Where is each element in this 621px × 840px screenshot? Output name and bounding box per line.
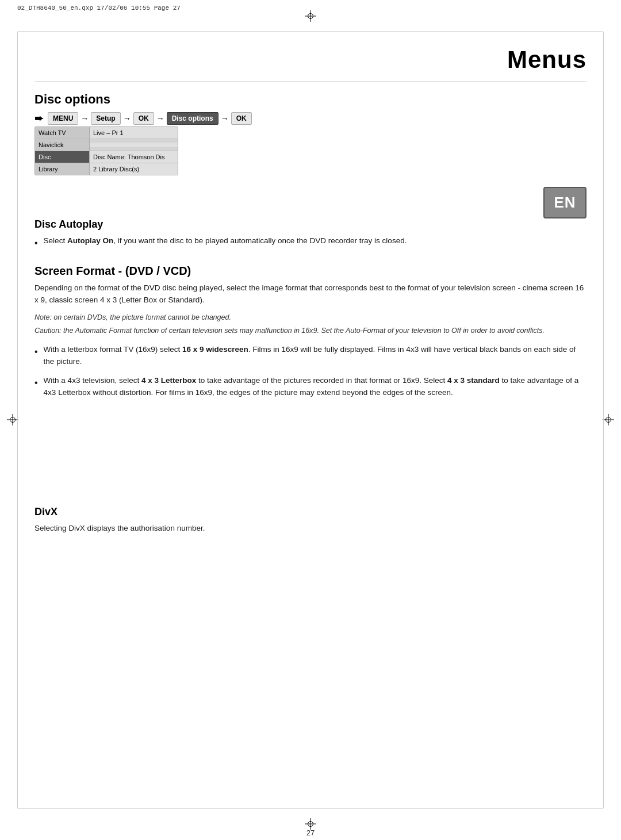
title-rule <box>34 82 586 82</box>
arrow-2: → <box>123 114 131 123</box>
disc-autoplay-section: Disc Autoplay • Select Autoplay On, if y… <box>34 218 586 258</box>
divx-section: DivX Selecting DivX displays the authori… <box>34 506 586 535</box>
screen-format-heading: Screen Format - (DVD / VCD) <box>34 264 586 278</box>
curved-arrow-icon: ➨ <box>34 112 43 125</box>
bullet-dot-2: • <box>34 345 38 359</box>
disc-options-heading: Disc options <box>34 92 110 107</box>
screen-format-note2: Caution: the Automatic Format function o… <box>34 325 586 336</box>
disc-autoplay-bullet: • Select Autoplay On, if you want the di… <box>34 235 586 251</box>
screen-row-disc: Disc Disc Name: Thomson Dis <box>35 151 178 163</box>
screen-label-watchtv: Watch TV <box>35 127 90 139</box>
screen-value-naviclick <box>90 143 178 147</box>
screen-format-bullet1-text: With a letterbox format TV (16x9) select… <box>44 344 586 368</box>
right-border-line <box>603 32 604 808</box>
en-badge-text: EN <box>554 194 576 212</box>
menu-nav-menu: MENU <box>48 112 78 125</box>
screen-format-section: Screen Format - (DVD / VCD) Depending on… <box>34 264 586 406</box>
menu-nav-setup: Setup <box>91 112 120 125</box>
screen-value-disc: Disc Name: Thomson Dis <box>90 151 178 163</box>
screen-label-naviclick: Naviclick <box>35 139 90 151</box>
menu-nav-disc-options: Disc options <box>167 112 218 125</box>
arrow-3: → <box>156 114 164 123</box>
page-title: Menus <box>507 46 586 74</box>
bullet-dot-1: • <box>34 236 38 251</box>
reg-mark-right <box>603 414 614 425</box>
screen-format-bullet2: • With a 4x3 television, select 4 x 3 Le… <box>34 375 586 399</box>
screen-image: Watch TV Live – Pr 1 Naviclick Disc Disc… <box>34 126 178 175</box>
arrow-4: → <box>221 114 229 123</box>
screen-format-body: Depending on the format of the DVD disc … <box>34 282 586 306</box>
screen-value-watchtv: Live – Pr 1 <box>90 127 178 139</box>
screen-row-watchtv: Watch TV Live – Pr 1 <box>35 127 178 139</box>
screen-format-note1: Note: on certain DVDs, the picture forma… <box>34 312 586 323</box>
reg-mark-top <box>305 10 316 22</box>
menu-navigation: ➨ MENU → Setup → OK → Disc options → OK <box>34 112 252 125</box>
screen-format-bullet1: • With a letterbox format TV (16x9) sele… <box>34 344 586 368</box>
screen-format-bullet2-text: With a 4x3 television, select 4 x 3 Lett… <box>44 375 586 399</box>
top-border-line <box>17 32 604 32</box>
disc-autoplay-heading: Disc Autoplay <box>34 218 586 231</box>
screen-row-library: Library 2 Library Disc(s) <box>35 163 178 175</box>
screen-label-library: Library <box>35 163 90 175</box>
divx-body: Selecting DivX displays the authorisatio… <box>34 523 586 535</box>
en-badge: EN <box>543 187 586 218</box>
disc-autoplay-text: Select Autoplay On, if you want the disc… <box>44 235 407 247</box>
menu-nav-ok1: OK <box>133 112 154 125</box>
page-number: 27 <box>306 829 315 837</box>
divx-heading: DivX <box>34 506 586 518</box>
reg-mark-bottom <box>305 818 316 830</box>
main-content: Menus Disc options ➨ MENU → Setup → OK →… <box>34 34 586 806</box>
left-border-line <box>17 32 18 808</box>
screen-value-library: 2 Library Disc(s) <box>90 163 178 175</box>
bottom-border-line <box>17 808 604 808</box>
menu-nav-ok2: OK <box>231 112 252 125</box>
bullet-dot-3: • <box>34 376 38 390</box>
printer-marks-text: 02_DTH8640_50_en.qxp 17/02/06 10:55 Page… <box>17 5 181 11</box>
screen-label-disc: Disc <box>35 151 90 163</box>
arrow-1: → <box>80 114 89 123</box>
reg-mark-left <box>7 414 18 425</box>
screen-row-naviclick: Naviclick <box>35 139 178 151</box>
